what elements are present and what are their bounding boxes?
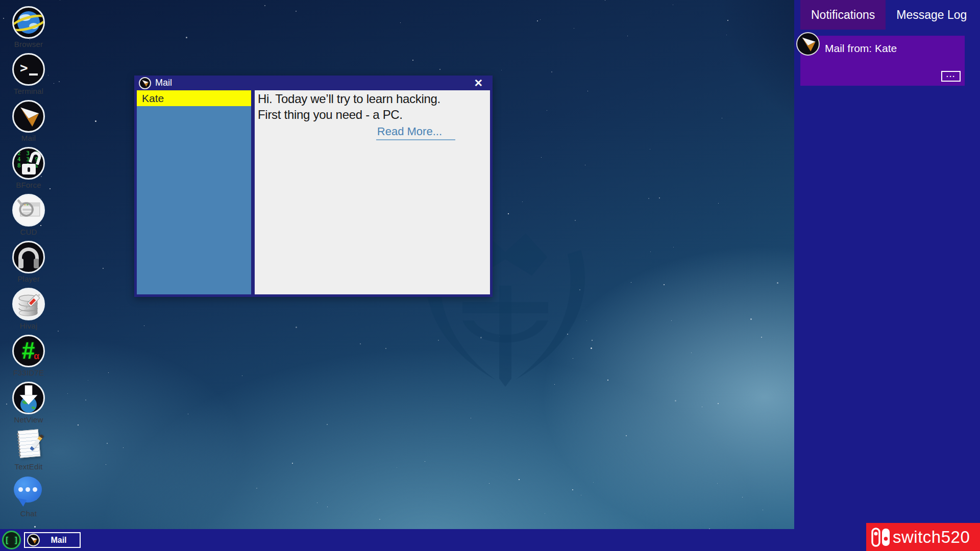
taskbar: [ ] Mail (0, 529, 794, 551)
icon-label: Player (17, 274, 40, 283)
message-preview-pane: Hi. Today we’ll try to learn hacking. Fi… (255, 90, 490, 294)
browser-icon (12, 6, 45, 39)
start-button[interactable]: [ ] (2, 531, 21, 549)
icon-label: Chat (20, 509, 37, 518)
desktop-icon-hivaj[interactable]: Hivaj (5, 288, 52, 335)
desktop-icon-bforce[interactable]: 2 3 4 4 3 9 8 0 1 BForce (5, 147, 52, 194)
textedit-icon (12, 429, 45, 461)
netview-icon (12, 382, 45, 414)
read-more-link[interactable]: Read More... (376, 125, 455, 140)
tab-message-log[interactable]: Message Log (886, 0, 977, 30)
icon-label: BForce (16, 181, 41, 189)
switch-icon (871, 527, 891, 548)
terminal-icon: > (12, 53, 45, 86)
notification-card: Mail from: Kate ... (800, 36, 965, 86)
window-title: Mail (155, 78, 172, 88)
mail-icon (796, 32, 820, 56)
desktop-icon-player[interactable]: Player (5, 241, 52, 288)
icon-label: F33ID7E (13, 368, 44, 377)
panel-tabs: Notifications Message Log (794, 0, 980, 30)
icon-label: NetView (14, 415, 43, 424)
message-line: First thing you need - a PC. (258, 107, 487, 122)
f33id7e-icon: # α (12, 335, 45, 367)
mail-window: Mail ✕ Kate Hi. Today we’ll try to learn… (134, 76, 493, 297)
logo-text: switch520 (893, 528, 970, 547)
mail-window-titlebar[interactable]: Mail ✕ (137, 76, 490, 90)
close-icon[interactable]: ✕ (470, 76, 487, 90)
taskbar-app-mail[interactable]: Mail (24, 532, 81, 548)
message-line: Hi. Today we’ll try to learn hacking. (258, 91, 487, 107)
hivaj-icon (12, 288, 45, 320)
mail-window-body: Kate Hi. Today we’ll try to learn hackin… (137, 90, 490, 294)
desktop-icon-netview[interactable]: NetView (5, 382, 52, 429)
sender-list: Kate (137, 90, 251, 294)
notifications-panel: Notifications Message Log Mail from: Kat… (794, 0, 980, 551)
icon-label: Mail (21, 134, 36, 142)
icon-label: Terminal (14, 87, 43, 95)
bforce-icon: 2 3 4 4 3 9 8 0 1 (12, 147, 45, 180)
desktop-icon-mail[interactable]: Mail (5, 100, 52, 147)
notification-more-button[interactable]: ... (941, 71, 961, 82)
notification-text: Mail from: Kate (800, 36, 965, 55)
desktop-icon-chat[interactable]: Chat (5, 475, 52, 522)
switch520-logo: switch520 (866, 523, 980, 551)
mail-icon (27, 534, 40, 546)
desktop-icon-cud[interactable]: CUD (5, 194, 52, 241)
icon-label: Hivaj (20, 321, 37, 330)
desktop-icon-textedit[interactable]: TextEdit (5, 429, 52, 475)
mail-icon (12, 100, 45, 133)
icon-label: TextEdit (15, 462, 43, 471)
desktop-icon-column: Browser > Terminal Mail 2 3 4 4 3 9 8 0 … (5, 6, 52, 522)
mail-icon (139, 77, 151, 89)
sender-item-kate[interactable]: Kate (137, 90, 251, 106)
icon-label: CUD (20, 228, 37, 236)
desktop-icon-terminal[interactable]: > Terminal (5, 53, 52, 100)
cud-icon (12, 194, 45, 227)
tab-notifications[interactable]: Notifications (800, 0, 886, 30)
desktop-icon-f33id7e[interactable]: # α F33ID7E (5, 335, 52, 382)
desktop: { "colors": { "navy_ui": "#1b1b8a", "tit… (0, 0, 980, 551)
chat-icon (12, 475, 45, 508)
taskbar-app-label: Mail (40, 536, 78, 545)
player-icon (12, 241, 45, 273)
desktop-icon-browser[interactable]: Browser (5, 6, 52, 53)
icon-label: Browser (14, 40, 43, 48)
